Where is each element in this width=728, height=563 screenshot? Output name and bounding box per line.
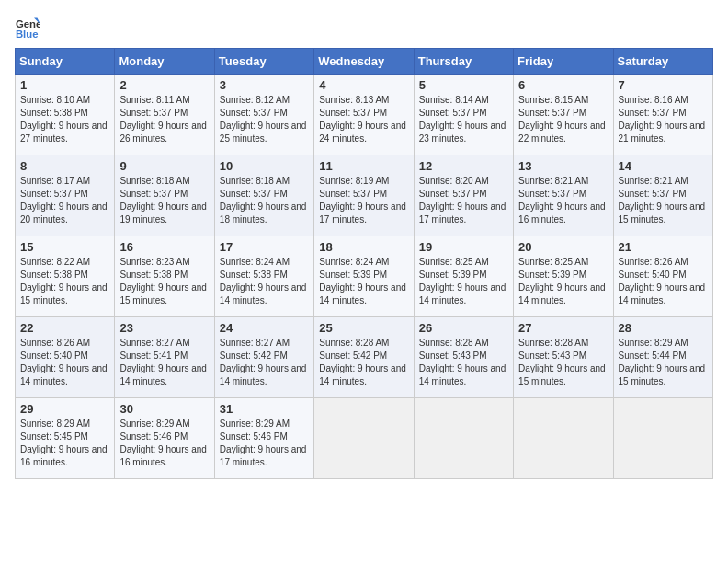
day-number: 15 [20, 240, 109, 254]
calendar-cell: 10Sunrise: 8:18 AMSunset: 5:37 PMDayligh… [214, 155, 313, 236]
day-info: Sunrise: 8:13 AMSunset: 5:37 PMDaylight:… [319, 94, 408, 145]
day-number: 25 [319, 321, 408, 335]
day-info: Sunrise: 8:26 AMSunset: 5:40 PMDaylight:… [20, 337, 109, 388]
day-number: 22 [20, 321, 109, 335]
calendar-cell: 20Sunrise: 8:25 AMSunset: 5:39 PMDayligh… [514, 236, 613, 317]
calendar-cell: 23Sunrise: 8:27 AMSunset: 5:41 PMDayligh… [115, 317, 214, 398]
calendar-cell: 14Sunrise: 8:21 AMSunset: 5:37 PMDayligh… [613, 155, 712, 236]
calendar-cell: 12Sunrise: 8:20 AMSunset: 5:37 PMDayligh… [414, 155, 513, 236]
day-info: Sunrise: 8:12 AMSunset: 5:37 PMDaylight:… [220, 94, 309, 145]
calendar-cell: 4Sunrise: 8:13 AMSunset: 5:37 PMDaylight… [314, 75, 414, 155]
calendar-cell: 25Sunrise: 8:28 AMSunset: 5:42 PMDayligh… [314, 317, 414, 398]
calendar-cell: 21Sunrise: 8:26 AMSunset: 5:40 PMDayligh… [613, 236, 712, 317]
col-header-friday: Friday [514, 49, 613, 75]
day-number: 10 [220, 159, 309, 173]
calendar-cell: 22Sunrise: 8:26 AMSunset: 5:40 PMDayligh… [16, 317, 115, 398]
day-number: 5 [419, 78, 508, 92]
day-number: 30 [119, 402, 209, 416]
day-number: 8 [20, 159, 109, 173]
day-info: Sunrise: 8:20 AMSunset: 5:37 PMDaylight:… [419, 175, 508, 226]
day-number: 31 [220, 402, 309, 416]
calendar-week-2: 8Sunrise: 8:17 AMSunset: 5:37 PMDaylight… [16, 155, 713, 236]
day-info: Sunrise: 8:27 AMSunset: 5:42 PMDaylight:… [220, 337, 309, 388]
day-number: 18 [319, 240, 408, 254]
day-info: Sunrise: 8:24 AMSunset: 5:39 PMDaylight:… [319, 256, 408, 307]
calendar-cell [414, 398, 513, 479]
calendar-week-5: 29Sunrise: 8:29 AMSunset: 5:45 PMDayligh… [16, 398, 713, 479]
col-header-tuesday: Tuesday [214, 49, 313, 75]
logo-icon: General Blue [15, 15, 40, 40]
day-info: Sunrise: 8:24 AMSunset: 5:38 PMDaylight:… [220, 256, 309, 307]
day-info: Sunrise: 8:29 AMSunset: 5:46 PMDaylight:… [119, 418, 209, 469]
day-info: Sunrise: 8:17 AMSunset: 5:37 PMDaylight:… [20, 175, 109, 226]
calendar-cell: 8Sunrise: 8:17 AMSunset: 5:37 PMDaylight… [16, 155, 115, 236]
calendar-cell: 11Sunrise: 8:19 AMSunset: 5:37 PMDayligh… [314, 155, 414, 236]
calendar-cell: 30Sunrise: 8:29 AMSunset: 5:46 PMDayligh… [115, 398, 214, 479]
day-info: Sunrise: 8:29 AMSunset: 5:44 PMDaylight:… [619, 337, 708, 388]
day-info: Sunrise: 8:19 AMSunset: 5:37 PMDaylight:… [319, 175, 408, 226]
day-info: Sunrise: 8:29 AMSunset: 5:45 PMDaylight:… [20, 418, 109, 469]
day-info: Sunrise: 8:16 AMSunset: 5:37 PMDaylight:… [619, 94, 708, 145]
day-number: 2 [119, 78, 209, 92]
page-header: General Blue [15, 15, 713, 40]
day-info: Sunrise: 8:29 AMSunset: 5:46 PMDaylight:… [220, 418, 309, 469]
day-number: 29 [20, 402, 109, 416]
day-info: Sunrise: 8:28 AMSunset: 5:42 PMDaylight:… [319, 337, 408, 388]
calendar-cell: 7Sunrise: 8:16 AMSunset: 5:37 PMDaylight… [613, 75, 712, 155]
day-info: Sunrise: 8:21 AMSunset: 5:37 PMDaylight:… [619, 175, 708, 226]
logo: General Blue [15, 15, 44, 40]
col-header-sunday: Sunday [16, 49, 115, 75]
day-number: 28 [619, 321, 708, 335]
day-number: 1 [20, 78, 109, 92]
day-number: 3 [220, 78, 309, 92]
day-number: 7 [619, 78, 708, 92]
calendar-cell: 13Sunrise: 8:21 AMSunset: 5:37 PMDayligh… [514, 155, 613, 236]
day-number: 24 [220, 321, 309, 335]
day-number: 23 [119, 321, 209, 335]
calendar-week-4: 22Sunrise: 8:26 AMSunset: 5:40 PMDayligh… [16, 317, 713, 398]
col-header-thursday: Thursday [414, 49, 513, 75]
day-info: Sunrise: 8:23 AMSunset: 5:38 PMDaylight:… [119, 256, 209, 307]
day-number: 16 [119, 240, 209, 254]
calendar-cell [314, 398, 414, 479]
calendar-cell: 28Sunrise: 8:29 AMSunset: 5:44 PMDayligh… [613, 317, 712, 398]
col-header-wednesday: Wednesday [314, 49, 414, 75]
calendar-cell: 26Sunrise: 8:28 AMSunset: 5:43 PMDayligh… [414, 317, 513, 398]
calendar-cell: 19Sunrise: 8:25 AMSunset: 5:39 PMDayligh… [414, 236, 513, 317]
day-number: 13 [518, 159, 608, 173]
day-number: 21 [619, 240, 708, 254]
calendar-cell: 31Sunrise: 8:29 AMSunset: 5:46 PMDayligh… [214, 398, 313, 479]
day-number: 19 [419, 240, 508, 254]
day-info: Sunrise: 8:18 AMSunset: 5:37 PMDaylight:… [119, 175, 209, 226]
day-number: 26 [419, 321, 508, 335]
day-info: Sunrise: 8:26 AMSunset: 5:40 PMDaylight:… [619, 256, 708, 307]
calendar-cell: 18Sunrise: 8:24 AMSunset: 5:39 PMDayligh… [314, 236, 414, 317]
day-number: 12 [419, 159, 508, 173]
day-info: Sunrise: 8:15 AMSunset: 5:37 PMDaylight:… [518, 94, 608, 145]
day-number: 6 [518, 78, 608, 92]
day-info: Sunrise: 8:11 AMSunset: 5:37 PMDaylight:… [119, 94, 209, 145]
day-info: Sunrise: 8:22 AMSunset: 5:38 PMDaylight:… [20, 256, 109, 307]
day-info: Sunrise: 8:10 AMSunset: 5:38 PMDaylight:… [20, 94, 109, 145]
calendar-cell: 17Sunrise: 8:24 AMSunset: 5:38 PMDayligh… [214, 236, 313, 317]
calendar-cell: 15Sunrise: 8:22 AMSunset: 5:38 PMDayligh… [16, 236, 115, 317]
calendar-cell: 2Sunrise: 8:11 AMSunset: 5:37 PMDaylight… [115, 75, 214, 155]
col-header-saturday: Saturday [613, 49, 712, 75]
day-info: Sunrise: 8:28 AMSunset: 5:43 PMDaylight:… [419, 337, 508, 388]
calendar-cell: 16Sunrise: 8:23 AMSunset: 5:38 PMDayligh… [115, 236, 214, 317]
col-header-monday: Monday [115, 49, 214, 75]
calendar-cell: 29Sunrise: 8:29 AMSunset: 5:45 PMDayligh… [16, 398, 115, 479]
calendar-cell: 5Sunrise: 8:14 AMSunset: 5:37 PMDaylight… [414, 75, 513, 155]
svg-text:Blue: Blue [16, 29, 39, 40]
calendar-table: SundayMondayTuesdayWednesdayThursdayFrid… [15, 48, 713, 479]
day-number: 17 [220, 240, 309, 254]
day-info: Sunrise: 8:21 AMSunset: 5:37 PMDaylight:… [518, 175, 608, 226]
calendar-cell: 6Sunrise: 8:15 AMSunset: 5:37 PMDaylight… [514, 75, 613, 155]
day-info: Sunrise: 8:14 AMSunset: 5:37 PMDaylight:… [419, 94, 508, 145]
day-info: Sunrise: 8:27 AMSunset: 5:41 PMDaylight:… [119, 337, 209, 388]
day-number: 20 [518, 240, 608, 254]
calendar-week-3: 15Sunrise: 8:22 AMSunset: 5:38 PMDayligh… [16, 236, 713, 317]
day-number: 9 [119, 159, 209, 173]
day-info: Sunrise: 8:25 AMSunset: 5:39 PMDaylight:… [419, 256, 508, 307]
calendar-week-1: 1Sunrise: 8:10 AMSunset: 5:38 PMDaylight… [16, 75, 713, 155]
